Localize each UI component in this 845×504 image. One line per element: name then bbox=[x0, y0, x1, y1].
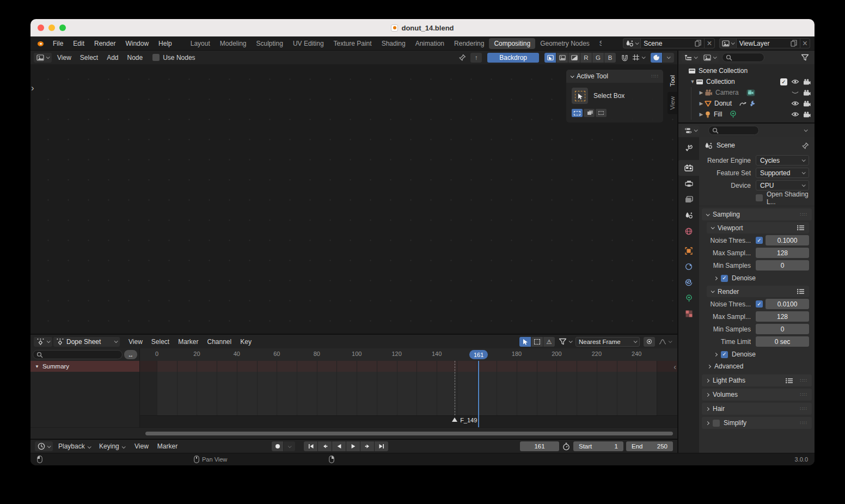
min-samplesfield[interactable]: 0 bbox=[756, 324, 809, 334]
workspace-tab-uv-editing[interactable]: UV Editing bbox=[288, 38, 329, 49]
properties-search-input[interactable] bbox=[708, 126, 759, 135]
select-set-mode-button[interactable] bbox=[572, 109, 583, 117]
snap-magnet-icon[interactable] bbox=[621, 54, 628, 62]
pin-icon[interactable] bbox=[802, 142, 809, 149]
use-nodes-toggle[interactable]: Use Nodes bbox=[152, 54, 195, 62]
horizontal-scrollbar[interactable] bbox=[30, 427, 677, 439]
blender-logo-icon[interactable] bbox=[36, 39, 45, 48]
scene-unlink-button[interactable]: × bbox=[705, 38, 714, 48]
hide-eye-icon[interactable] bbox=[789, 101, 801, 107]
dope-sheet-menu-select[interactable]: Select bbox=[147, 337, 174, 347]
volumes-panel-header[interactable]: Volumes∷∷ bbox=[702, 389, 812, 401]
parent-node-button[interactable]: ↑ bbox=[470, 53, 482, 63]
timeline-dropdown-keying[interactable]: Keying bbox=[95, 441, 129, 451]
simplify-checkbox[interactable] bbox=[713, 420, 720, 427]
dope-sheet-menu-view[interactable]: View bbox=[124, 337, 147, 347]
render-denoise-row[interactable]: Denoise bbox=[714, 348, 815, 360]
denoise-checkbox[interactable] bbox=[721, 351, 728, 358]
marker-strip[interactable] bbox=[140, 415, 677, 427]
zoom-window-button[interactable] bbox=[59, 24, 66, 31]
playhead-line[interactable] bbox=[478, 361, 479, 427]
workspace-tab-geometry-nodes[interactable]: Geometry Nodes bbox=[535, 38, 595, 49]
drag-handle-icon[interactable]: ∷∷ bbox=[800, 392, 807, 397]
filter-invert-button[interactable]: ↔ bbox=[124, 350, 137, 359]
outliner-row-camera[interactable]: ▶Camera bbox=[682, 87, 812, 98]
backdrop-channel-r-button[interactable]: R bbox=[580, 53, 592, 63]
viewlayer-name-field[interactable]: ViewLayer bbox=[736, 38, 800, 48]
drag-handle-icon[interactable]: ∷∷ bbox=[652, 73, 659, 79]
light-paths-panel-header[interactable]: Light Paths∷∷ bbox=[702, 374, 812, 386]
viewlayer-browse-button[interactable] bbox=[719, 38, 736, 48]
object-tab[interactable] bbox=[678, 243, 699, 259]
snap-mode-button[interactable] bbox=[629, 53, 647, 63]
noise-thres-field[interactable]: 0.1000 bbox=[766, 235, 809, 245]
dope-sheet-menu-key[interactable]: Key bbox=[236, 337, 256, 347]
output-tab[interactable] bbox=[678, 176, 699, 192]
presets-icon[interactable] bbox=[797, 288, 805, 294]
jump-to-end-button[interactable] bbox=[375, 441, 388, 451]
snap-mode-dropdown[interactable]: Nearest Frame bbox=[575, 337, 640, 347]
time-limitfield[interactable]: 0 sec bbox=[756, 336, 809, 347]
jump-to-prev-keyframe-button[interactable] bbox=[318, 441, 332, 451]
noise-thres-field[interactable]: 0.0100 bbox=[766, 299, 809, 309]
summary-channel[interactable]: ▼ Summary bbox=[30, 361, 139, 372]
menu-file[interactable]: File bbox=[48, 38, 68, 49]
view-layer-tab[interactable] bbox=[678, 192, 699, 207]
timeline-ruler[interactable]: 020406080100120140180200220240 bbox=[140, 348, 677, 361]
only-errors-toggle[interactable]: ⚠ bbox=[543, 337, 555, 347]
compositor-menu-add[interactable]: Add bbox=[102, 53, 123, 63]
only-selected-toggle[interactable] bbox=[519, 337, 531, 347]
auto-keying-button[interactable] bbox=[272, 441, 283, 451]
physics-tab[interactable] bbox=[678, 274, 699, 290]
hide-eye-icon[interactable] bbox=[789, 112, 801, 118]
timeline-menu-marker[interactable]: Marker bbox=[153, 441, 182, 451]
simplify-panel-header[interactable]: Simplify∷∷ bbox=[702, 417, 812, 429]
select-box-tool-button[interactable] bbox=[572, 88, 588, 104]
workspace-tab-texture-paint[interactable]: Texture Paint bbox=[329, 38, 377, 49]
device-dropdown[interactable]: CPU bbox=[756, 180, 809, 190]
render-subpanel-header[interactable]: Render bbox=[707, 286, 809, 297]
playhead-frame-badge[interactable]: 161 bbox=[469, 350, 488, 359]
compositor-menu-view[interactable]: View bbox=[53, 53, 76, 63]
editor-type-button[interactable] bbox=[35, 441, 53, 451]
compositor-menu-select[interactable]: Select bbox=[76, 53, 102, 63]
backdrop-color-button[interactable] bbox=[556, 53, 568, 63]
workspace-tab-modeling[interactable]: Modeling bbox=[215, 38, 252, 49]
min-samplesfield[interactable]: 0 bbox=[756, 260, 809, 271]
sidebar-expand-icon[interactable]: › bbox=[31, 83, 34, 94]
outliner-search-input[interactable] bbox=[722, 53, 764, 62]
hide-eye-icon[interactable] bbox=[789, 78, 801, 85]
dope-sheet-menu-channel[interactable]: Channel bbox=[203, 337, 236, 347]
editor-type-button[interactable] bbox=[34, 337, 52, 347]
workspace-tab-rendering[interactable]: Rendering bbox=[449, 38, 489, 49]
render-engine-dropdown[interactable]: Cycles bbox=[756, 155, 809, 165]
select-subtract-mode-button[interactable] bbox=[596, 109, 607, 117]
disable-render-camera-icon[interactable] bbox=[801, 78, 812, 85]
hide-eye-closed-icon[interactable] bbox=[789, 90, 801, 96]
disable-render-camera-icon[interactable] bbox=[801, 90, 812, 96]
timeline-dropdown-playback[interactable]: Playback bbox=[54, 441, 95, 451]
backdrop-button[interactable]: Backdrop bbox=[487, 53, 539, 63]
expand-icon[interactable]: ▶ bbox=[698, 112, 705, 117]
expand-icon[interactable]: ▶ bbox=[698, 101, 705, 106]
open-shading-row[interactable]: Open Shading L... bbox=[756, 190, 809, 206]
drag-handle-icon[interactable]: ∷∷ bbox=[800, 420, 807, 426]
current-frame-field[interactable]: 161 bbox=[520, 441, 559, 451]
advanced-panel-header[interactable]: Advanced bbox=[708, 360, 815, 372]
filter-button[interactable] bbox=[556, 337, 574, 347]
light-data-icon[interactable] bbox=[730, 110, 737, 118]
viewlayer-remove-button[interactable]: × bbox=[800, 38, 810, 48]
active-tool-panel-header[interactable]: Active Tool ∷∷ bbox=[566, 70, 663, 83]
workspace-tab-shading[interactable]: Shading bbox=[377, 38, 411, 49]
dope-sheet-menu-marker[interactable]: Marker bbox=[174, 337, 203, 347]
region-tab-tool[interactable]: Tool bbox=[668, 71, 677, 91]
scene-tab[interactable] bbox=[678, 207, 699, 223]
channel-search-input[interactable] bbox=[33, 350, 123, 359]
backdrop-alpha-button[interactable] bbox=[568, 53, 580, 63]
editor-type-button[interactable] bbox=[34, 53, 52, 63]
backdrop-channel-g-button[interactable]: G bbox=[592, 53, 604, 63]
pin-icon[interactable] bbox=[459, 54, 466, 61]
presets-icon[interactable] bbox=[785, 378, 793, 384]
hair-panel-header[interactable]: Hair∷∷ bbox=[702, 403, 812, 415]
disable-render-camera-icon[interactable] bbox=[801, 112, 812, 118]
